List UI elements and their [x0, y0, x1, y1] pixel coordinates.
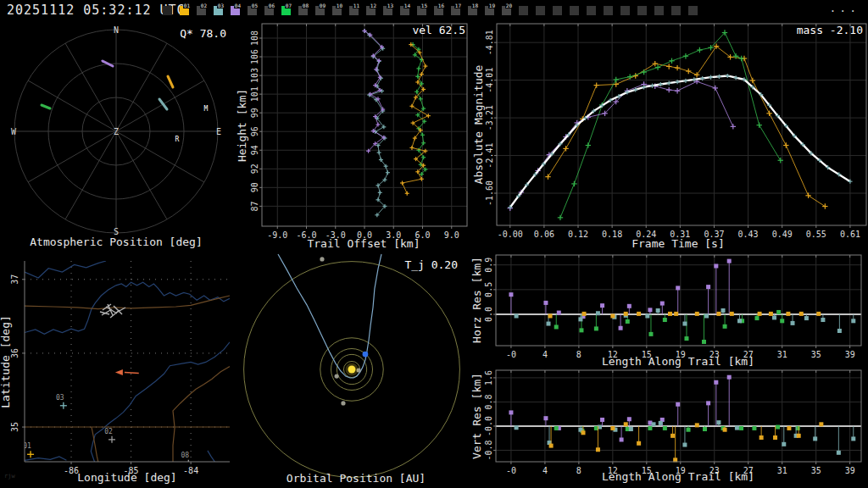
svg-text:0.0: 0.0 [484, 307, 493, 322]
station-box-05[interactable]: 05 [248, 6, 257, 15]
station-number: 14 [403, 3, 411, 8]
station-box[interactable] [654, 6, 664, 15]
comet-trajectory [278, 254, 381, 378]
station-number: 06 [268, 3, 275, 8]
svg-text:-4.01: -4.01 [485, 68, 494, 93]
station-box-12[interactable]: 12 [366, 6, 376, 15]
station-box-16[interactable]: 16 [434, 6, 443, 15]
station-box[interactable] [163, 6, 172, 15]
station-box-01[interactable]: 01 [180, 6, 189, 15]
svg-text:0.55: 0.55 [806, 230, 826, 239]
station-box-15[interactable]: 15 [417, 6, 426, 15]
svg-text:-9.0: -9.0 [267, 230, 287, 240]
station-box-19[interactable]: 19 [485, 6, 494, 15]
station-box[interactable] [570, 6, 579, 15]
station-box[interactable] [536, 6, 545, 15]
station-number: 19 [488, 3, 496, 8]
station-box[interactable] [553, 6, 562, 15]
station-number: 15 [420, 3, 428, 8]
station-box[interactable] [620, 6, 630, 15]
svg-text:106: 106 [250, 49, 259, 64]
station-box-07[interactable]: 07 [281, 6, 291, 15]
state-border [173, 367, 230, 463]
station-number: 01 [183, 3, 191, 8]
svg-text:0.06: 0.06 [534, 230, 554, 239]
q-value-badge: Q* 78.0 [180, 27, 226, 40]
svg-text:0.9: 0.9 [484, 258, 493, 273]
station-number: 17 [454, 3, 462, 8]
ground-track-scribble [100, 304, 125, 318]
station-status-row: 0102030405060708091011121314151617181920 [163, 6, 698, 15]
station-box-17[interactable]: 17 [451, 6, 460, 15]
station-box-20[interactable]: 20 [502, 6, 511, 15]
overflow-menu[interactable]: ... [830, 2, 860, 14]
svg-text:-84: -84 [183, 466, 198, 475]
station-box-08[interactable]: 08 [298, 6, 308, 15]
sky-panel: MR Q* 78.0 N E S W Z Atmospheric Positio… [11, 25, 226, 248]
svg-text:0.8: 0.8 [484, 394, 493, 409]
station-box-11[interactable]: 11 [349, 6, 359, 15]
map-ylabel: Latitude [deg] [0, 315, 12, 408]
svg-text:4: 4 [542, 350, 548, 359]
magnitude-panel: -0.000.060.120.180.240.310.370.430.490.5… [472, 24, 866, 250]
station-box-03[interactable]: 03 [214, 6, 223, 15]
vert-xlabel: Length Along Trail [km] [602, 470, 754, 483]
height-ylabel: Height [km] [236, 89, 248, 162]
svg-text:-0: -0 [506, 350, 516, 359]
station-box-04[interactable]: 04 [231, 6, 240, 15]
svg-text:94: 94 [250, 145, 259, 155]
tick-labels: -9.0-6.0-3.00.03.06.09.08790929496991011… [250, 30, 459, 240]
svg-text:99: 99 [250, 108, 259, 118]
height-panel: -9.0-6.0-3.00.03.06.09.08790929496991011… [236, 24, 467, 250]
station-box[interactable] [587, 6, 596, 15]
svg-text:35: 35 [811, 466, 821, 475]
svg-text:39: 39 [845, 466, 855, 475]
series-purple [509, 375, 731, 442]
station-number: 07 [285, 3, 292, 8]
station-box[interactable] [671, 6, 681, 15]
svg-text:108: 108 [250, 30, 259, 46]
tick-labels: -0481215192327313539-0.8-0.00.81.6 [484, 370, 855, 475]
svg-text:03: 03 [56, 394, 64, 402]
station-box-18[interactable]: 18 [468, 6, 477, 15]
horz-xlabel: Length Along Trail [km] [602, 355, 754, 368]
svg-text:92: 92 [250, 164, 259, 174]
svg-text:8: 8 [576, 466, 581, 475]
svg-text:9.0: 9.0 [444, 230, 459, 240]
svg-text:0.61: 0.61 [840, 230, 860, 239]
meteor-ground-track [115, 369, 139, 375]
map-stations: 01020308 [23, 394, 192, 467]
river [91, 342, 230, 462]
station-box-02[interactable]: 02 [197, 6, 206, 15]
svg-text:4: 4 [542, 466, 548, 475]
station-box-14[interactable]: 14 [400, 6, 409, 15]
height-plot: -9.0-6.0-3.00.03.06.09.08790929496991011… [250, 24, 467, 240]
svg-text:1.6: 1.6 [484, 370, 493, 385]
svg-text:35: 35 [811, 350, 821, 359]
tick-labels: -04812151923273135390.00.50.9 [484, 258, 855, 359]
svg-text:-2.41: -2.41 [485, 143, 494, 169]
sun-marker [348, 366, 356, 374]
station-box-06[interactable]: 06 [264, 6, 274, 15]
station-box-13[interactable]: 13 [383, 6, 392, 15]
grid [496, 255, 861, 346]
station-box-10[interactable]: 10 [332, 6, 342, 15]
mag-plot: -0.000.060.120.180.240.310.370.430.490.5… [485, 24, 866, 239]
station-box[interactable] [688, 6, 698, 15]
series-group [509, 375, 855, 463]
series-yellow [400, 42, 431, 196]
map-station-08: 08 [181, 452, 192, 467]
station-box[interactable] [637, 6, 647, 15]
station-number: 05 [251, 3, 259, 8]
app-root: 20251112 05:32:12 UTC 010203040506070809… [0, 0, 868, 488]
station-box[interactable] [604, 6, 613, 15]
svg-text:39: 39 [845, 350, 855, 359]
svg-text:103: 103 [250, 68, 259, 83]
vert-res-panel: -0481215192327313539-0.8-0.00.81.6 Lengt… [470, 370, 861, 483]
station-box-09[interactable]: 09 [315, 6, 325, 15]
station-box[interactable] [519, 6, 528, 15]
svg-text:-0.8: -0.8 [484, 440, 493, 460]
plot-frame [496, 370, 861, 462]
vert-ylabel: Vert Res [km] [470, 373, 483, 459]
compass-west-label: W [11, 127, 17, 136]
